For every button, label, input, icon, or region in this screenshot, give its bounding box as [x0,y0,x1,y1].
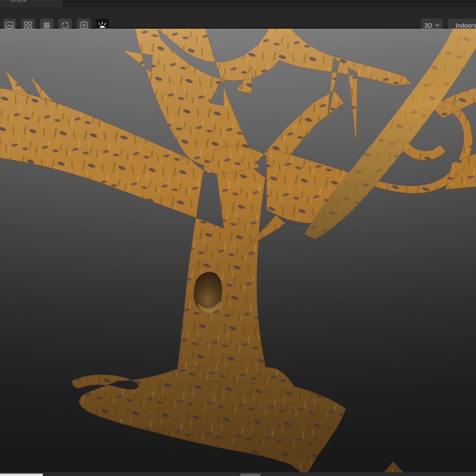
tree-model[interactable] [0,29,476,472]
tree-shading [0,29,476,472]
title-strip: Drone [0,0,476,7]
scrollbar-thumb-center[interactable] [240,474,260,476]
mode-dropdown-label: 3D [424,22,432,29]
environment-button-label: Indoors [456,22,476,29]
bottom-bar [0,472,476,476]
window-tab-label: Drone [10,0,27,3]
tree-model-canvas[interactable] [0,29,476,472]
chevron-down-icon [435,24,439,27]
viewer-toolbar: 3D Indoors [0,7,476,29]
3d-viewport[interactable] [0,29,476,472]
window-tab[interactable]: Drone [0,0,63,7]
scrollbar-thumb-left[interactable] [0,474,43,476]
